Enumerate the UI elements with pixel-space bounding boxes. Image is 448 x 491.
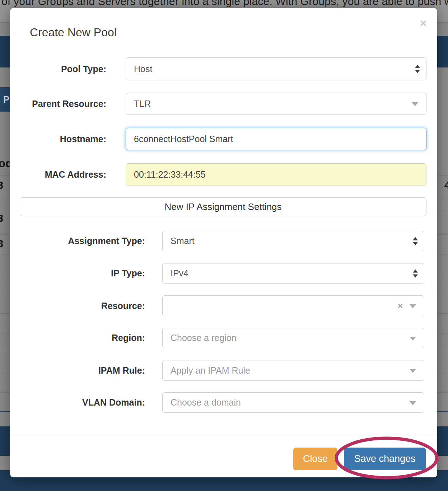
resource-label: Resource: [10, 295, 145, 316]
ip-type-value: IPv4 [171, 268, 188, 279]
new-ip-assignment-settings-button[interactable]: New IP Assignment Settings [20, 197, 426, 216]
dialog-title: Create New Pool [30, 26, 117, 39]
background-paragraph-text: of your Groups and Servers together into… [1, 0, 448, 8]
parent-resource-dropdown[interactable]: TLR [126, 93, 426, 115]
assignment-type-label: Assignment Type: [10, 231, 145, 251]
footer-divider [10, 435, 437, 435]
parent-resource-value: TLR [134, 99, 151, 109]
mac-address-label: MAC Address: [10, 163, 106, 186]
background-cell-fragment: 3 [0, 238, 3, 250]
select-stepper-icon [413, 237, 418, 245]
ip-type-select[interactable]: IPv4 [162, 263, 424, 284]
chevron-down-icon [410, 369, 416, 373]
select-stepper-icon [415, 65, 420, 73]
close-button[interactable]: Close [293, 448, 337, 470]
ip-type-label: IP Type: [10, 263, 145, 284]
vlan-domain-dropdown[interactable]: Choose a domain [162, 392, 424, 413]
hostname-label: Hostname: [10, 128, 106, 150]
resource-combobox[interactable]: ✕ [162, 295, 424, 316]
assignment-type-select[interactable]: Smart [162, 231, 424, 251]
pool-type-value: Host [134, 64, 152, 74]
save-changes-button[interactable]: Save changes [344, 448, 426, 470]
clear-icon[interactable]: ✕ [397, 302, 403, 310]
hostname-input[interactable] [126, 128, 426, 150]
chevron-down-icon [410, 401, 416, 405]
vlan-domain-label: VLAN Domain: [10, 392, 145, 413]
mac-address-input[interactable] [126, 163, 426, 186]
ipam-rule-dropdown[interactable]: Apply an IPAM Rule [162, 360, 424, 381]
ipam-rule-label: IPAM Rule: [10, 360, 145, 381]
chevron-down-icon [412, 102, 418, 106]
pool-type-label: Pool Type: [10, 57, 106, 80]
region-dropdown[interactable]: Choose a region [162, 328, 424, 348]
select-stepper-icon [413, 269, 418, 277]
region-label: Region: [10, 328, 145, 348]
parent-resource-label: Parent Resource: [10, 93, 106, 115]
background-cell-fragment: 4 [444, 179, 448, 191]
vlan-domain-placeholder: Choose a domain [171, 397, 241, 408]
region-placeholder: Choose a region [171, 333, 236, 343]
chevron-down-icon [410, 337, 416, 341]
pool-type-select[interactable]: Host [126, 57, 426, 80]
close-icon[interactable]: ✕ [419, 19, 427, 28]
header-divider [10, 44, 437, 44]
background-cell-fragment: 3 [0, 212, 3, 224]
ipam-rule-placeholder: Apply an IPAM Rule [171, 365, 250, 376]
assignment-type-value: Smart [171, 236, 195, 246]
chevron-down-icon [410, 304, 416, 308]
create-new-pool-dialog: Create New Pool ✕ Pool Type: Host Parent… [10, 8, 437, 477]
background-cell-fragment: 3 [0, 179, 3, 191]
